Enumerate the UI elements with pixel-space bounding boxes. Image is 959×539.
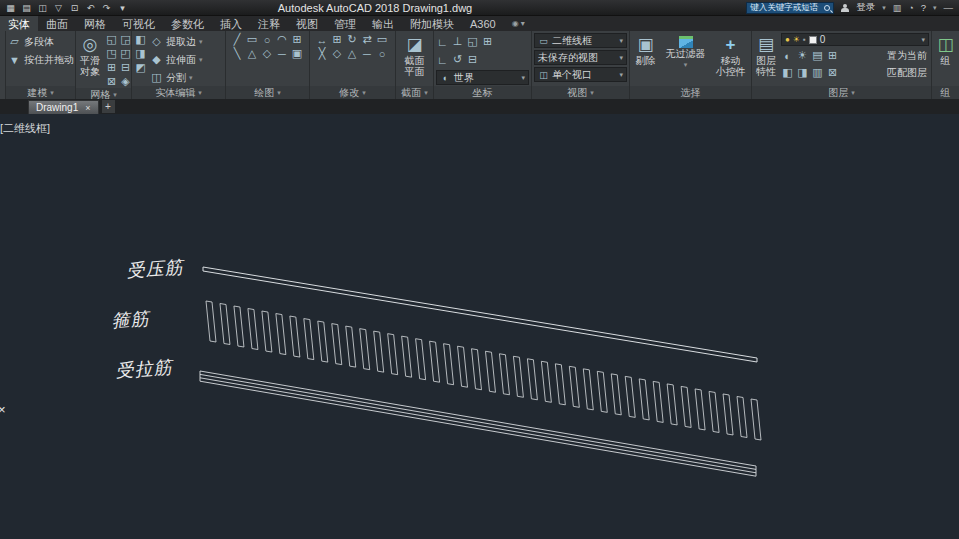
tool-icon[interactable]: ◇ (331, 47, 344, 60)
new-drawing-tab-button[interactable]: + (102, 100, 115, 113)
section-plane-button[interactable]: ◪ 截面 平面 (403, 33, 427, 86)
tool-icon[interactable]: ⊞ (481, 35, 494, 48)
tool-icon[interactable]: ↔ (316, 33, 329, 46)
tool-icon[interactable]: ⇄ (361, 33, 374, 46)
qat-caret-icon[interactable]: ▾ (116, 2, 129, 14)
tool-icon[interactable]: ∟ (436, 35, 449, 48)
ucs-dropdown[interactable]: ◐ 世界 ▾ (436, 70, 529, 85)
group-button[interactable]: ◫ 组 (935, 33, 955, 86)
panel-label-section[interactable]: 截面 ▾ (396, 86, 433, 99)
tool-icon[interactable]: ↺ (451, 53, 464, 66)
tool-icon[interactable]: ◱ (466, 35, 479, 48)
tool-icon[interactable]: ╲ (231, 47, 244, 60)
tool-icon[interactable]: ◐ (781, 49, 794, 62)
cull-button[interactable]: ▣ 剔除 (634, 33, 658, 86)
help-caret-icon[interactable]: ▾ (933, 4, 937, 12)
tool-icon[interactable]: ○ (261, 33, 274, 46)
app-menu-icon[interactable]: ▦ (4, 2, 17, 14)
tool-icon[interactable]: ◧ (134, 33, 147, 46)
redo-icon[interactable]: ↷ (100, 2, 113, 14)
tool-icon[interactable]: ─ (276, 47, 289, 60)
ribbon-tab-view[interactable]: 视图 (288, 16, 326, 31)
tool-icon[interactable]: ◧ (781, 66, 794, 79)
panel-label-solid-editing[interactable]: 实体编辑 ▾ (132, 86, 225, 99)
tool-icon[interactable]: ◨ (134, 47, 147, 60)
gizmo-dropdown-button[interactable]: + 移动 小控件 (714, 33, 748, 86)
view-dropdown[interactable]: 未保存的视图 ▾ (534, 50, 627, 65)
tool-icon[interactable]: ▭ (376, 33, 389, 46)
panel-label-draw[interactable]: 绘图 ▾ (226, 86, 309, 99)
match-layer-button[interactable]: 匹配图层 (885, 66, 929, 80)
ribbon-tab-insert[interactable]: 插入 (212, 16, 250, 31)
panel-label-mesh[interactable]: 网格 ▾ (76, 88, 131, 99)
ribbon-tab-annotate[interactable]: 注释 (250, 16, 288, 31)
open-icon[interactable]: ◫ (36, 2, 49, 14)
tool-icon[interactable]: ▥ (811, 66, 824, 79)
model-canvas[interactable]: [二维线框] × 受压筋箍筋受拉筋 (0, 114, 959, 539)
ribbon-tab-surface[interactable]: 曲面 (38, 16, 76, 31)
tool-icon[interactable]: ▤ (811, 49, 824, 62)
layer-dropdown[interactable]: ● ☀ ▪ 0 ▾ (781, 33, 929, 46)
make-current-button[interactable]: 置为当前 (885, 49, 929, 63)
panel-label-layers[interactable]: 图层 ▾ (752, 86, 931, 99)
tool-icon[interactable]: ╳ (316, 47, 329, 60)
extrude-faces-button[interactable]: ◆ 拉伸面 ▾ (150, 51, 223, 68)
tool-icon[interactable]: ∟ (436, 53, 449, 66)
tool-icon[interactable]: ◨ (796, 66, 809, 79)
tool-icon[interactable]: ⊞ (826, 49, 839, 62)
communication-icon[interactable]: ◔ (908, 3, 913, 13)
tool-icon[interactable]: ◩ (134, 61, 147, 74)
minimize-button[interactable]: — (944, 2, 954, 13)
tool-icon[interactable]: △ (346, 47, 359, 60)
viewport-control-label[interactable]: [二维线框] (0, 121, 50, 136)
panel-label-view[interactable]: 视图 ▾ (532, 86, 629, 99)
ribbon-tab-parametric[interactable]: 参数化 (163, 16, 212, 31)
tool-icon[interactable]: ○ (376, 47, 389, 60)
tool-icon[interactable]: ⊟ (466, 53, 479, 66)
tool-icon[interactable]: △ (246, 47, 259, 60)
tool-icon[interactable]: ◈ (119, 75, 132, 88)
help-icon[interactable]: ? (921, 2, 926, 13)
undo-icon[interactable]: ↶ (84, 2, 97, 14)
tool-icon[interactable]: ╱ (231, 33, 244, 46)
smooth-object-button[interactable]: ◎ 平滑 对象 (78, 33, 102, 88)
tool-icon[interactable]: ⊥ (451, 35, 464, 48)
ribbon-tab-a360[interactable]: A360 (462, 16, 504, 31)
tool-icon[interactable]: ─ (361, 47, 374, 60)
presspull-button[interactable]: ▼ 按住并拖动 (8, 51, 74, 68)
search-box[interactable]: 键入关键字或短语 (746, 2, 834, 14)
panel-label-groups[interactable]: 组 (932, 86, 959, 99)
app-store-icon[interactable]: ▥ (893, 3, 902, 13)
ribbon-tab-manage[interactable]: 管理 (326, 16, 364, 31)
viewport-config-dropdown[interactable]: ◫ 单个视口 ▾ (534, 67, 627, 82)
extract-edges-button[interactable]: ◇ 提取边 ▾ (150, 33, 223, 50)
filter-dropdown-button[interactable]: 无过滤器 ▾ (664, 33, 708, 86)
tool-icon[interactable]: ◰ (119, 47, 132, 60)
ribbon-tab-addins[interactable]: 附加模块 (402, 16, 462, 31)
tool-icon[interactable]: ☀ (796, 49, 809, 62)
tool-icon[interactable]: ◠ (276, 33, 289, 46)
panel-label-modify[interactable]: 修改 ▾ (310, 86, 395, 99)
file-tab-drawing1[interactable]: Drawing1 × (28, 100, 99, 114)
close-icon[interactable]: × (85, 103, 90, 113)
sign-in-button[interactable]: 登录 (856, 1, 875, 14)
plot-icon[interactable]: ⊡ (68, 2, 81, 14)
tool-icon[interactable]: ▣ (291, 47, 304, 60)
layer-properties-button[interactable]: ▤ 图层 特性 (754, 33, 778, 86)
ribbon-display-toggle[interactable]: ◉ ▾ (512, 16, 525, 31)
tool-icon[interactable]: ⊟ (119, 61, 132, 74)
panel-label-modeling[interactable]: 建模 ▾ (6, 86, 75, 99)
visual-style-dropdown[interactable]: ▭ 二维线框 ▾ (534, 33, 627, 48)
new-icon[interactable]: ▤ (20, 2, 33, 14)
tool-icon[interactable]: ⊞ (105, 61, 118, 74)
tool-icon[interactable]: ⊠ (105, 75, 118, 88)
polysolid-button[interactable]: ▱ 多段体 (8, 33, 74, 50)
panel-label-coordinates[interactable]: 坐标 (434, 86, 531, 99)
panel-label-selection[interactable]: 选择 (630, 86, 751, 99)
tool-icon[interactable]: ◇ (261, 47, 274, 60)
tool-icon[interactable]: ◳ (105, 47, 118, 60)
ribbon-tab-mesh[interactable]: 网格 (76, 16, 114, 31)
ribbon-tab-output[interactable]: 输出 (364, 16, 402, 31)
tool-icon[interactable]: ↻ (346, 33, 359, 46)
tool-icon[interactable]: ⊠ (826, 66, 839, 79)
